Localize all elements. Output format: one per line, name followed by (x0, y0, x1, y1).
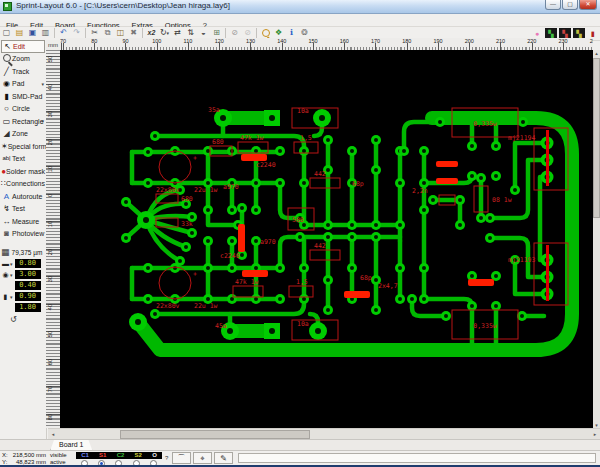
tool-track-icon: ╱ (1, 66, 12, 77)
save-icon[interactable]: ▣ (26, 27, 39, 39)
tool-autoroute[interactable]: AAutoroute (1, 190, 45, 203)
pad-hole (206, 149, 210, 153)
silkscreen-label: + (193, 154, 197, 162)
silkscreen-label: 0,335w (473, 322, 497, 330)
rotate-step-icon[interactable]: ↺ (10, 315, 46, 324)
tool-zoom[interactable]: Zoom (1, 53, 45, 66)
tool-zone[interactable]: ◢Zone (1, 128, 45, 141)
pad-hole (521, 120, 525, 124)
minimize-button[interactable]: — (545, 0, 561, 10)
tool-solder-mask-label: Solder mask (6, 168, 45, 175)
silkscreen-label: 33k (181, 220, 193, 228)
tool-measure[interactable]: ↔Measure (1, 215, 45, 228)
pad-hole (254, 149, 258, 153)
silkscreen-label: 680 (212, 138, 224, 146)
tool-pad[interactable]: ◉Pad▾ (1, 78, 45, 91)
tool-special-form-icon: ✶ (1, 141, 8, 152)
pad-hole (410, 297, 414, 301)
cursor-coordinates: X:218,500 mm Y:48,823 mm (2, 452, 46, 466)
tool-sidebar: ↖EditZoom╱Track◉Pad▾▮SMD-Pad○Circle▭Rect… (0, 40, 47, 450)
v-ruler-tick: 0 (47, 194, 53, 197)
new-icon[interactable]: ▢ (0, 27, 13, 39)
pad-hole (470, 144, 474, 148)
pad-hole (374, 168, 378, 172)
app-icon (3, 2, 12, 11)
pad-hole (230, 266, 234, 270)
pad-hole (374, 308, 378, 312)
pad-hole (444, 314, 448, 318)
tool-connections[interactable]: ∷Connections (1, 178, 45, 191)
hscroll-thumb[interactable] (120, 430, 310, 439)
layer-chip-c2[interactable]: C2 (117, 452, 125, 459)
layer-chip-s1[interactable]: S1 (99, 452, 106, 459)
tool-track-label: Track (12, 68, 29, 75)
pad-hole (278, 149, 282, 153)
pad-hole (146, 266, 150, 270)
tool-edit[interactable]: ↖Edit (1, 40, 45, 53)
h-ruler-tick: 190 (433, 38, 442, 44)
close-button[interactable]: ✕ (579, 0, 597, 10)
pad-hole (206, 297, 210, 301)
pad-size-value[interactable]: 3.00 (15, 270, 41, 279)
pad-hole (494, 304, 498, 308)
pad-hole (254, 208, 258, 212)
print-icon[interactable]: ▥ (39, 27, 52, 39)
layer-help[interactable]: ? (165, 455, 168, 461)
smd-size-value-2[interactable]: 1.80 (15, 303, 41, 312)
pen-button[interactable]: ✎ (214, 452, 233, 464)
h-ruler-tick: 110 (184, 38, 193, 44)
tool-rectangle[interactable]: ▭Rectangle▾ (1, 115, 45, 128)
tool-test[interactable]: ↯Test (1, 203, 45, 216)
pad-hole (146, 181, 150, 185)
open-icon[interactable]: ▤ (13, 27, 26, 39)
pad-hole (254, 239, 258, 243)
tool-smd-pad[interactable]: ▮SMD-Pad (1, 90, 45, 103)
title-bar: Sprint-Layout 6.0 - [C:\Users\cern\Deskt… (0, 0, 600, 14)
pad-hole (374, 223, 378, 227)
pad-size-value-2[interactable]: 0.40 (15, 281, 41, 290)
track-width-value[interactable]: 0.80 (15, 259, 41, 268)
tool-track[interactable]: ╱Track (1, 65, 45, 78)
layer-chip-c1[interactable]: C1 (81, 452, 89, 459)
grid-selector[interactable]: ▦79,375 µm (1, 247, 45, 257)
tool-rectangle-icon: ▭ (1, 116, 12, 127)
silkscreen-label: 1,5 (300, 134, 312, 142)
pad-hole (278, 297, 282, 301)
tool-connections-label: Connections (6, 180, 45, 187)
pcb-canvas[interactable]: 35a10a0,335wmj21194mj211930,335w22x80v22… (60, 50, 593, 428)
vertical-scrollbar[interactable]: ▴ ▾ (593, 50, 600, 428)
tool-text[interactable]: ab|Text (1, 153, 45, 166)
tool-solder-mask[interactable]: ●Solder mask (1, 165, 45, 178)
layer-chip-s2[interactable]: S2 (135, 452, 142, 459)
pad-hole (398, 181, 402, 185)
pad-hole (184, 245, 188, 249)
track-width-icon: ▬ (1, 260, 10, 267)
pad-hole (470, 274, 474, 278)
v-ruler-tick: 70 (47, 386, 53, 392)
vscroll-thumb[interactable] (593, 58, 600, 218)
pad-hole (254, 181, 258, 185)
pad-hole (326, 235, 330, 239)
pad-hole (479, 176, 483, 180)
h-ruler-tick: 170 (371, 38, 380, 44)
track-segment-button[interactable]: ⌒ (172, 452, 191, 464)
status-bar: X:218,500 mm Y:48,823 mm visible active … (0, 450, 600, 466)
smd-size-value[interactable]: 0.90 (15, 292, 41, 301)
tool-circle[interactable]: ○Circle (1, 103, 45, 116)
pad-hole (178, 259, 182, 263)
tool-special-form[interactable]: ✶Special form (1, 140, 45, 153)
pad-hole (422, 149, 426, 153)
pad-hole (278, 181, 282, 185)
layer-chip-o[interactable]: O (152, 452, 157, 459)
x-label: X: (2, 452, 8, 459)
tool-photoview[interactable]: ◙Photoview (1, 228, 45, 241)
v-ruler-tick: 30 (47, 111, 53, 117)
silkscreen-label: a970 (223, 183, 239, 191)
maximize-button[interactable]: ▢ (562, 0, 578, 10)
tool-pad-label: Pad (12, 80, 24, 87)
v-ruler-tick: 50 (47, 331, 53, 337)
pad-crosshair-button[interactable]: ⌖ (193, 452, 212, 464)
pad-hole (398, 266, 402, 270)
pad-hole (438, 120, 442, 124)
pad-hole (319, 115, 325, 121)
